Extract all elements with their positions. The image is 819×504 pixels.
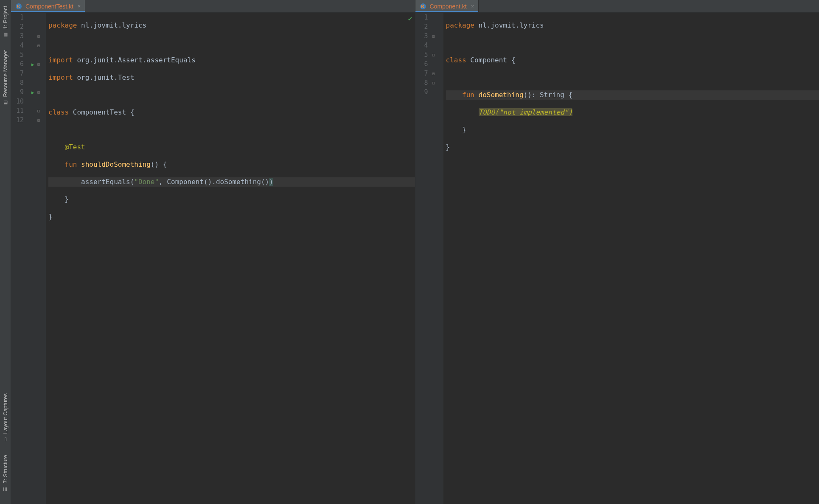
fold-end-icon[interactable]: ⊟ <box>37 116 40 125</box>
code-line[interactable]: assertEquals("Done", Component().doSomet… <box>48 177 415 187</box>
line-number: 1 <box>415 13 428 22</box>
editor-pane-right: Component.kt × 1 2 3 4 5 6 7 8 9 <box>415 0 819 504</box>
tool-label: Layout Captures <box>2 393 8 434</box>
code-line[interactable]: package nl.jovmit.lyrics <box>446 21 819 30</box>
fold-gutter: ⊟ ⊟ ⊟ ⊟ <box>432 13 443 504</box>
line-number: 2 <box>415 22 428 31</box>
structure-icon: ☰ <box>3 486 8 491</box>
line-number: 5 <box>11 50 24 59</box>
line-number: 6 <box>11 59 24 69</box>
code-line[interactable]: } <box>48 195 415 204</box>
fold-icon[interactable]: ⊟ <box>37 60 40 69</box>
tab-label: ComponentTest.kt <box>25 3 73 10</box>
line-number: 4 <box>415 41 428 50</box>
run-gutter: ▶ ▶ <box>28 13 37 504</box>
tool-layout-captures[interactable]: ▭ Layout Captures <box>1 389 10 446</box>
line-number: 3 <box>415 31 428 41</box>
tool-label: Resource Manager <box>2 50 8 97</box>
tool-label: 7: Structure <box>2 455 8 483</box>
line-number: 1 <box>11 13 24 22</box>
line-numbers: 1 2 3 4 5 6 7 8 9 10 11 12 <box>11 13 28 504</box>
code-area-left[interactable]: ✔ 1 2 3 4 5 6 7 8 9 10 11 12 <box>11 13 415 504</box>
ide-root: ▦ 1: Project ◧ Resource Manager ▭ Layout… <box>0 0 819 504</box>
code-area-right[interactable]: 1 2 3 4 5 6 7 8 9 ⊟ ⊟ <box>415 13 819 504</box>
tool-project[interactable]: ▦ 1: Project <box>1 2 10 42</box>
fold-end-icon[interactable]: ⊟ <box>432 78 435 88</box>
code-line[interactable]: } <box>446 143 819 152</box>
code-body-right[interactable]: package nl.jovmit.lyrics class Component… <box>443 13 819 504</box>
gutter-right: 1 2 3 4 5 6 7 8 9 ⊟ ⊟ <box>415 13 443 504</box>
line-numbers: 1 2 3 4 5 6 7 8 9 <box>415 13 432 504</box>
gutter-left: 1 2 3 4 5 6 7 8 9 10 11 12 <box>11 13 46 504</box>
code-line[interactable] <box>446 160 819 169</box>
tool-label: 1: Project <box>2 6 8 29</box>
close-icon[interactable]: × <box>78 3 81 9</box>
code-line[interactable]: TODO("not implemented") <box>446 108 819 117</box>
tab-component-test[interactable]: ComponentTest.kt × <box>11 0 85 12</box>
fold-gutter: ⊟ ⊟ ⊟ ⊟ ⊟ ⊟ <box>37 13 46 504</box>
line-number: 12 <box>11 115 24 125</box>
code-line[interactable]: fun doSomething(): String { <box>446 90 819 100</box>
line-number: 9 <box>415 87 428 97</box>
code-line[interactable]: @Test <box>48 143 415 152</box>
code-line[interactable]: } <box>48 212 415 221</box>
line-number: 8 <box>11 78 24 87</box>
fold-icon[interactable]: ⊟ <box>432 32 435 41</box>
fold-end-icon[interactable]: ⊟ <box>37 106 40 116</box>
editor-pane-left: ComponentTest.kt × ✔ 1 2 3 4 5 6 7 8 <box>11 0 415 504</box>
line-number: 5 <box>415 50 428 59</box>
fold-end-icon[interactable]: ⊟ <box>432 69 435 78</box>
line-number: 11 <box>11 106 24 115</box>
tab-bar-left: ComponentTest.kt × <box>11 0 415 13</box>
fold-icon[interactable]: ⊟ <box>37 41 40 50</box>
code-line[interactable]: class Component { <box>446 56 819 65</box>
resource-manager-icon: ◧ <box>3 99 8 105</box>
code-line[interactable] <box>446 38 819 48</box>
line-number: 6 <box>415 59 428 69</box>
kotlin-file-icon <box>420 3 426 10</box>
tab-component[interactable]: Component.kt × <box>415 0 479 12</box>
fold-icon[interactable]: ⊟ <box>37 32 40 41</box>
line-number: 10 <box>11 97 24 106</box>
code-line[interactable]: class ComponentTest { <box>48 108 415 117</box>
code-line[interactable] <box>48 90 415 100</box>
code-line[interactable]: } <box>446 125 819 134</box>
fold-icon[interactable]: ⊟ <box>432 50 435 60</box>
tool-window-sidebar: ▦ 1: Project ◧ Resource Manager ▭ Layout… <box>0 0 11 504</box>
code-line[interactable] <box>48 125 415 134</box>
code-line[interactable]: fun shouldDoSomething() { <box>48 160 415 169</box>
line-number: 3 <box>11 31 24 41</box>
line-number: 7 <box>415 69 428 78</box>
code-body-left[interactable]: package nl.jovmit.lyrics import org.juni… <box>46 13 415 504</box>
line-number: 9 <box>11 87 24 97</box>
tab-bar-right: Component.kt × <box>415 0 819 13</box>
code-line[interactable] <box>48 38 415 48</box>
run-class-icon[interactable]: ▶ <box>31 62 34 67</box>
code-line[interactable]: import org.junit.Assert.assertEquals <box>48 56 415 65</box>
tool-structure[interactable]: ☰ 7: Structure <box>1 451 10 496</box>
line-number: 7 <box>11 69 24 78</box>
code-line[interactable]: import org.junit.Test <box>48 73 415 82</box>
close-icon[interactable]: × <box>471 3 474 9</box>
line-number: 4 <box>11 41 24 50</box>
layout-captures-icon: ▭ <box>3 437 8 442</box>
kotlin-file-icon <box>15 3 22 10</box>
project-icon: ▦ <box>3 32 8 37</box>
tool-resource-manager[interactable]: ◧ Resource Manager <box>1 46 10 109</box>
tab-label: Component.kt <box>430 3 467 10</box>
fold-icon[interactable]: ⊟ <box>37 88 40 97</box>
run-test-icon[interactable]: ▶ <box>31 90 34 95</box>
split-editors: ComponentTest.kt × ✔ 1 2 3 4 5 6 7 8 <box>11 0 819 504</box>
code-line[interactable] <box>446 73 819 82</box>
line-number: 2 <box>11 22 24 31</box>
line-number: 8 <box>415 78 428 87</box>
code-line[interactable]: package nl.jovmit.lyrics <box>48 21 415 30</box>
